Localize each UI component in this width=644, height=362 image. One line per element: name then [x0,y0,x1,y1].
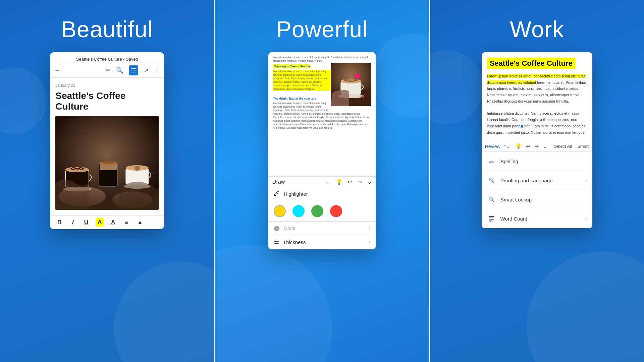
coffee-photo-inset: ♥ ↙ [331,63,371,106]
doc-title-bar: Seattle's Coffee Culture - Saved [76,57,138,62]
layout-icon[interactable]: ☰ [129,65,138,75]
spelling-menu-item[interactable]: abc Spelling [482,152,592,171]
color-red[interactable] [330,205,342,217]
word-count-chevron-icon: › [585,216,587,221]
spelling-label: Spelling [500,159,587,164]
work-doc-body2: habitasse platea dictumst. Nam placerat … [487,110,587,135]
svg-rect-25 [489,218,493,218]
pencil-icon[interactable]: ✏ [106,67,111,74]
color-label: Color [284,225,369,231]
back-icon[interactable]: ← [54,67,60,74]
phone-topbar: Seattle's Coffee Culture - Saved [50,52,164,63]
search-icon[interactable]: 🔍 [116,67,123,74]
arrow-drawing: ↙ [360,92,366,100]
expand-button[interactable]: ▲ [136,219,144,226]
smart-lookup-menu-item[interactable]: 🔍 Smart Lookup [482,190,592,209]
draw-chevron-icon: ⌄ [326,180,329,184]
thickness-icon: ☰ [274,238,279,246]
work-doc-body: Lorem ipsum dolor sit amet, consectetur … [487,73,587,104]
review-label: Review [485,144,500,149]
highlight-button[interactable]: A [96,218,104,227]
panel-beautiful: Beautiful Seattle's Coffee Culture - Sav… [0,0,214,362]
color-green[interactable] [311,205,323,217]
lightbulb-icon[interactable]: 💡 [515,143,522,149]
work-mockup-container: Seattle's Coffee Culture Lorem ipsum dol… [482,52,592,228]
bulb-icon[interactable]: 💡 [336,179,342,185]
svg-point-21 [347,78,355,81]
italic-button[interactable]: I [69,219,77,226]
color-picker-row[interactable]: ⬤ Color › [268,222,376,235]
coffee-image [55,116,159,210]
phone-toolbar: ← ✏ 🔍 ☰ ↗ ⋮ [50,63,164,78]
smart-lookup-label: Smart Lookup [500,197,587,202]
more-icon[interactable]: ⋮ [154,67,160,74]
divider-2 [429,0,430,362]
doc-date: January 21 [55,83,159,88]
bold-button[interactable]: B [55,219,63,226]
tablet-top-text: Lorem ipsum dolor sit amet, consectetur … [273,56,371,63]
svg-text:123: 123 [489,220,493,222]
tablet-mockup: Lorem ipsum dolor sit amet, consectetur … [268,52,376,249]
panel-powerful: Powerful Lorem ipsum dolor sit amet, con… [215,0,429,362]
select-all-button[interactable]: Select All [554,144,572,149]
color-icon: ⬤ [274,225,280,231]
smart-button[interactable]: Smart [577,144,589,149]
font-color-button[interactable]: A [109,219,117,226]
phone-mockup: Seattle's Coffee Culture - Saved ← ✏ 🔍 ☰… [50,52,164,229]
panel-powerful-title: Powerful [276,16,368,42]
work-review-toolbar[interactable]: Review ⌃⌄ 💡 ↩ ↪ ⌄ Select All Smart [482,141,592,152]
powerful-mockup-container: Lorem ipsum dolor sit amet, consectetur … [268,52,376,249]
highlighter-label: Highlighter [284,191,370,197]
word-count-menu-item[interactable]: 123 Word Count › [482,209,592,228]
proofing-chevron-icon: › [585,178,587,183]
share-icon[interactable]: ↗ [144,67,149,74]
phone-doc-content: January 21 Seattle's Coffee Culture [50,78,164,215]
format-bar[interactable]: B I U A A ≡ ▲ [50,215,164,229]
highlighted-body-text: Lorem ipsum dolor sit amet, consectetur … [487,74,586,84]
svg-rect-24 [489,216,494,217]
smart-lookup-icon: 🔍 [487,195,496,204]
panel-beautiful-title: Beautiful [61,16,153,42]
undo-work-icon[interactable]: ↩ [526,143,530,149]
list-button[interactable]: ≡ [122,219,130,226]
color-swatches-row [268,201,376,222]
spelling-icon: abc [487,157,496,166]
divider-1 [214,0,215,362]
work-mockup: Seattle's Coffee Culture Lorem ipsum dol… [482,52,592,228]
proofing-menu-item[interactable]: 🔍 Proofing and Language › [482,171,592,190]
svg-text:abc: abc [489,159,495,164]
color-yellow[interactable] [274,205,286,217]
thickness-label: Thickness [283,239,369,245]
beautiful-mockup-container: Seattle's Coffee Culture - Saved ← ✏ 🔍 ☰… [50,52,164,229]
hands-overlay [55,190,159,210]
panel-work: Work Seattle's Coffee Culture Lorem ipsu… [430,0,644,362]
doc-heading: Seattle's Coffee Culture [55,90,159,112]
more-draw-icon[interactable]: ⌄ [367,179,372,185]
proofing-label: Proofing and Language [500,178,585,183]
word-count-icon: 123 [487,214,496,223]
underline-button[interactable]: U [82,219,90,226]
coffee-photo-bg [331,63,371,106]
tablet-doc-content: Lorem ipsum dolor sit amet, consectetur … [268,52,376,176]
panel-work-title: Work [510,16,564,42]
highlighter-icon: 🖊 [274,190,280,197]
proofing-icon: 🔍 [487,176,496,185]
redo-icon[interactable]: ↪ [358,179,362,185]
thickness-row[interactable]: ☰ Thickness › [268,235,376,249]
draw-label: Draw [272,179,323,185]
toolbar-more-icon[interactable]: ⌄ [543,143,547,149]
redo-work-icon[interactable]: ↪ [534,143,539,149]
thickness-chevron-icon: › [369,239,370,245]
draw-toolbar[interactable]: Draw ⌄ 💡 ↩ ↪ ⌄ [268,176,376,187]
highlighter-tool-row[interactable]: 🖊 Highlighter [268,187,376,201]
work-doc-content: Seattle's Coffee Culture Lorem ipsum dol… [482,52,592,141]
color-cyan[interactable] [292,205,305,217]
work-menu: abc Spelling 🔍 Proofing and Language › 🔍… [482,152,592,228]
undo-icon[interactable]: ↩ [348,179,352,185]
review-expand-icon[interactable]: ⌃⌄ [503,144,510,149]
color-chevron-icon: › [369,225,370,231]
section1-heading: Drinking coffee in Seattle [273,64,311,68]
work-doc-title: Seattle's Coffee Culture [487,58,575,69]
svg-rect-26 [489,219,494,220]
svg-point-11 [102,162,114,164]
